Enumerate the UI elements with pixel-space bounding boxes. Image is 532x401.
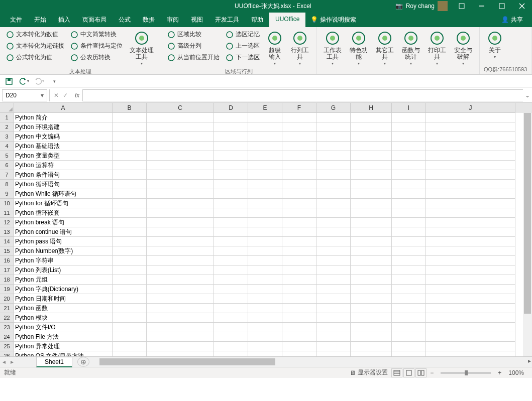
menu-tab-数据[interactable]: 数据 <box>137 13 161 27</box>
cell[interactable]: Python 变量类型 <box>14 151 113 161</box>
menu-tab-页面布局[interactable]: 页面布局 <box>76 13 113 27</box>
cell[interactable]: Python 列表(List) <box>14 265 113 275</box>
cell[interactable] <box>426 265 515 275</box>
undo-button[interactable]: ▾ <box>19 76 29 86</box>
cell[interactable]: Python 函数 <box>14 304 113 313</box>
cell[interactable] <box>214 323 248 332</box>
cell[interactable] <box>147 151 214 161</box>
cell[interactable] <box>282 313 316 323</box>
cell[interactable] <box>282 285 316 294</box>
cell[interactable] <box>147 275 214 285</box>
cell[interactable] <box>248 342 282 351</box>
cell[interactable] <box>113 342 147 351</box>
cell[interactable] <box>351 151 392 161</box>
cell[interactable] <box>282 218 316 227</box>
cell[interactable] <box>426 342 515 351</box>
cell[interactable] <box>214 199 248 208</box>
row-header[interactable]: 11 <box>0 208 14 218</box>
row-header[interactable]: 7 <box>0 170 14 180</box>
cell[interactable] <box>316 285 351 294</box>
cell[interactable] <box>351 199 392 208</box>
cell[interactable] <box>316 132 351 142</box>
cell[interactable] <box>351 122 392 132</box>
row-header[interactable]: 2 <box>0 122 14 132</box>
cell[interactable] <box>392 265 426 275</box>
ribbon-func-button[interactable]: 函数与 统计▾ <box>399 29 423 72</box>
cell[interactable] <box>248 256 282 265</box>
cell[interactable] <box>113 256 147 265</box>
maximize-button[interactable] <box>492 0 512 12</box>
ribbon-tt-button[interactable]: 中文简繁转换 <box>68 29 125 40</box>
cell[interactable] <box>147 189 214 199</box>
cell[interactable] <box>316 170 351 180</box>
cell[interactable] <box>214 151 248 161</box>
cell[interactable] <box>248 199 282 208</box>
cell[interactable] <box>214 285 248 294</box>
cell[interactable] <box>248 208 282 218</box>
cell[interactable] <box>113 189 147 199</box>
cell[interactable] <box>351 142 392 151</box>
cell[interactable] <box>214 304 248 313</box>
search-help[interactable]: 💡 操作说明搜索 <box>305 16 361 24</box>
cell[interactable] <box>351 313 392 323</box>
cell[interactable] <box>316 304 351 313</box>
col-header-H[interactable]: H <box>351 103 392 113</box>
cell[interactable] <box>113 218 147 227</box>
cell[interactable] <box>113 170 147 180</box>
cell[interactable] <box>113 180 147 189</box>
cell[interactable] <box>316 265 351 275</box>
cell[interactable] <box>214 142 248 151</box>
cell[interactable] <box>248 323 282 332</box>
cell[interactable] <box>316 161 351 170</box>
row-header[interactable]: 16 <box>0 256 14 265</box>
cell[interactable] <box>248 246 282 256</box>
redo-button[interactable]: ▾ <box>34 76 44 86</box>
cell[interactable] <box>351 170 392 180</box>
cell[interactable] <box>351 208 392 218</box>
ribbon-split-button[interactable]: 高级分列 <box>165 41 222 51</box>
cell[interactable]: Python 循环嵌套 <box>14 208 113 218</box>
cell[interactable] <box>316 142 351 151</box>
expand-formula-button[interactable]: ⌄ <box>523 92 532 99</box>
cell[interactable] <box>248 294 282 304</box>
minimize-button[interactable] <box>472 0 492 12</box>
ribbon-about-button[interactable]: 关于▾ <box>484 29 506 65</box>
cell[interactable] <box>316 122 351 132</box>
cell[interactable] <box>147 285 214 294</box>
cell[interactable] <box>248 227 282 237</box>
cell[interactable]: Python 运算符 <box>14 161 113 170</box>
ribbon-search-button[interactable]: 条件查找与定位 <box>68 41 125 51</box>
cell[interactable] <box>147 332 214 342</box>
cell[interactable] <box>351 332 392 342</box>
cell[interactable] <box>316 218 351 227</box>
cell[interactable] <box>316 113 351 122</box>
cell[interactable] <box>248 151 282 161</box>
cell[interactable] <box>282 161 316 170</box>
cell[interactable] <box>282 246 316 256</box>
row-header[interactable]: 25 <box>0 342 14 351</box>
cell[interactable] <box>113 275 147 285</box>
cell[interactable] <box>392 170 426 180</box>
row-header[interactable]: 5 <box>0 151 14 161</box>
cell[interactable] <box>147 294 214 304</box>
cell[interactable] <box>282 189 316 199</box>
zoom-thumb[interactable] <box>465 370 468 375</box>
row-header[interactable]: 20 <box>0 294 14 304</box>
cell[interactable] <box>392 332 426 342</box>
cell[interactable] <box>113 246 147 256</box>
cell[interactable]: Python break 语句 <box>14 218 113 227</box>
cell[interactable] <box>214 218 248 227</box>
cell[interactable] <box>214 180 248 189</box>
col-header-J[interactable]: J <box>426 103 515 113</box>
cell[interactable]: Python 模块 <box>14 313 113 323</box>
cell[interactable] <box>282 151 316 161</box>
cell[interactable] <box>248 351 282 357</box>
cell[interactable]: Python File 方法 <box>14 332 113 342</box>
cell[interactable] <box>147 313 214 323</box>
cell[interactable] <box>147 199 214 208</box>
cell[interactable] <box>248 265 282 275</box>
save-button[interactable] <box>4 76 14 86</box>
cell[interactable] <box>248 304 282 313</box>
cell[interactable]: Python 字符串 <box>14 256 113 265</box>
cell[interactable]: Python pass 语句 <box>14 237 113 246</box>
